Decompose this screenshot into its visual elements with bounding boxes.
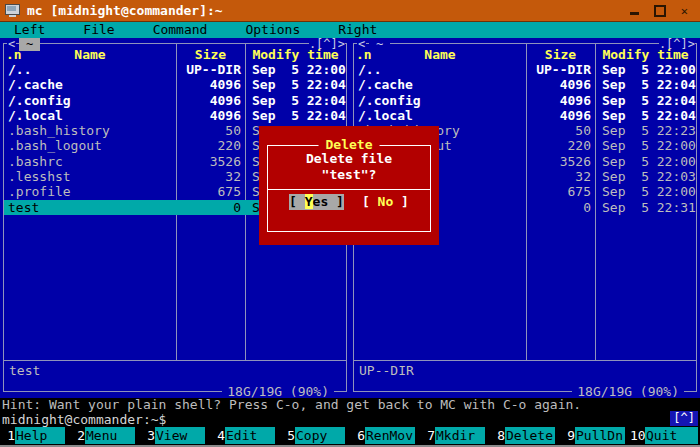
close-button[interactable]: ✕ xyxy=(681,5,688,17)
fkey-number: 5 xyxy=(280,427,295,444)
fkey-button[interactable]: 9 PullDn xyxy=(560,427,630,444)
right-mini-status: UP--DIR xyxy=(359,363,414,378)
file-size: 675 xyxy=(526,184,595,199)
fkey-number: 7 xyxy=(420,427,435,444)
fkey-number: 6 xyxy=(350,427,365,444)
column-header-mtime[interactable]: Modify time xyxy=(595,47,696,62)
fkey-label: Mkdir xyxy=(435,427,485,444)
column-header-size[interactable]: Size xyxy=(526,47,595,62)
file-row[interactable]: /.local 4096 Sep 5 22:04 xyxy=(354,108,696,123)
fkey-button[interactable]: 5 Copy xyxy=(280,427,350,444)
fkey-button[interactable]: 4 Edit xyxy=(210,427,280,444)
file-size: 32 xyxy=(526,169,595,184)
minimize-button[interactable] xyxy=(630,12,639,15)
sort-indicator: .n xyxy=(356,47,372,62)
file-name: /.cache xyxy=(4,77,176,92)
fkey-button[interactable]: 6 RenMov xyxy=(350,427,420,444)
file-name: .profile xyxy=(4,184,176,199)
fkey-button[interactable]: 8 Delete xyxy=(490,427,560,444)
file-size: 220 xyxy=(526,138,595,153)
file-size: 675 xyxy=(176,184,245,199)
fkey-button[interactable]: 10 Quit xyxy=(630,427,700,444)
hint-line: Hint: Want your plain shell? Press C-o, … xyxy=(0,398,700,412)
column-header-size[interactable]: Size xyxy=(176,47,245,62)
file-row[interactable]: /.config 4096 Sep 5 22:04 xyxy=(4,93,346,108)
file-mtime: Sep 5 22:04 xyxy=(595,108,696,123)
menu-item[interactable]: File xyxy=(83,22,114,38)
dialog-message-line2: "test"? xyxy=(268,167,430,183)
fkey-number: 9 xyxy=(560,427,575,444)
fkey-button[interactable]: 7 Mkdir xyxy=(420,427,490,444)
file-size: 4096 xyxy=(526,108,595,123)
file-row[interactable]: /.. UP--DIR Sep 5 22:00 xyxy=(4,62,346,77)
file-name: /.local xyxy=(4,108,176,123)
column-header-name[interactable]: .nName xyxy=(4,47,176,62)
menu-item[interactable]: Command xyxy=(153,22,208,38)
column-header-name[interactable]: .nName xyxy=(354,47,526,62)
file-size: 4096 xyxy=(176,108,245,123)
file-size: UP--DIR xyxy=(526,62,595,77)
file-size: 4096 xyxy=(176,77,245,92)
file-size: 4096 xyxy=(176,93,245,108)
file-mtime: Sep 5 22:00 xyxy=(595,154,696,169)
file-mtime: Sep 5 22:00 xyxy=(595,138,696,153)
file-name: /.config xyxy=(4,93,176,108)
file-mtime: Sep 5 22:23 xyxy=(595,123,696,138)
monitor-icon xyxy=(5,4,20,18)
file-size: 32 xyxy=(176,169,245,184)
file-name: .bash_logout xyxy=(4,138,176,153)
fkey-button[interactable]: 2 Menu xyxy=(70,427,140,444)
scroll-up-indicator[interactable]: [^] xyxy=(670,411,698,426)
menu-item[interactable]: Left xyxy=(14,22,45,38)
maximize-button[interactable] xyxy=(654,5,666,17)
file-size: 50 xyxy=(526,123,595,138)
left-mini-status: test xyxy=(9,363,40,378)
fkey-label: RenMov xyxy=(365,427,415,444)
fkey-button[interactable]: 3 View xyxy=(140,427,210,444)
function-key-bar: 1 Help 2 Menu 3 View 4 Edit 5 Copy 6 Ren… xyxy=(0,427,700,444)
file-row[interactable]: /.config 4096 Sep 5 22:04 xyxy=(354,93,696,108)
file-size: 0 xyxy=(526,200,595,215)
file-size: 220 xyxy=(176,138,245,153)
menu-item[interactable]: Options xyxy=(245,22,300,38)
fkey-number: 8 xyxy=(490,427,505,444)
file-row[interactable]: /.cache 4096 Sep 5 22:04 xyxy=(4,77,346,92)
file-mtime: Sep 5 22:04 xyxy=(245,77,346,92)
fkey-label: View xyxy=(155,427,205,444)
file-name: /.local xyxy=(354,108,526,123)
file-mtime: Sep 5 22:04 xyxy=(595,93,696,108)
file-name: /.config xyxy=(354,93,526,108)
file-row[interactable]: /.cache 4096 Sep 5 22:04 xyxy=(354,77,696,92)
dialog-separator xyxy=(268,189,430,190)
file-name: .lesshst xyxy=(4,169,176,184)
column-header-mtime[interactable]: Modify time xyxy=(245,47,346,62)
file-size: 3526 xyxy=(176,154,245,169)
file-row[interactable]: /.local 4096 Sep 5 22:04 xyxy=(4,108,346,123)
fkey-label: Edit xyxy=(225,427,275,444)
fkey-number: 2 xyxy=(70,427,85,444)
fkey-number: 3 xyxy=(140,427,155,444)
delete-dialog: Delete Delete file "test"? [ Yes ] [ No … xyxy=(259,126,439,245)
file-mtime: Sep 5 22:04 xyxy=(595,77,696,92)
titlebar: mc [midnight@commander]:~ ✕ xyxy=(0,0,700,22)
file-size: 3526 xyxy=(526,154,595,169)
right-panel-header: .nName Size Modify time xyxy=(354,47,696,62)
file-name: /.cache xyxy=(354,77,526,92)
window-title: mc [midnight@commander]:~ xyxy=(27,3,223,18)
menu-item[interactable]: Right xyxy=(338,22,377,38)
shell-prompt[interactable]: midnight@commander:~$ [^] xyxy=(0,412,700,427)
file-mtime: Sep 5 22:31 xyxy=(595,200,696,215)
yes-button[interactable]: [ Yes ] xyxy=(289,194,344,210)
file-row[interactable]: /.. UP--DIR Sep 5 22:00 xyxy=(354,62,696,77)
file-size: 4096 xyxy=(526,93,595,108)
file-size: 4096 xyxy=(526,77,595,92)
left-panel-header: .nName Size Modify time xyxy=(4,47,346,62)
file-mtime: Sep 5 22:00 xyxy=(595,62,696,77)
file-mtime: Sep 5 22:04 xyxy=(245,108,346,123)
fkey-number: 4 xyxy=(210,427,225,444)
file-name: test xyxy=(4,200,176,215)
fkey-label: Quit xyxy=(645,427,698,444)
mc-window: mc [midnight@commander]:~ ✕ LeftFileComm… xyxy=(0,0,700,447)
no-button[interactable]: [ No ] xyxy=(362,194,409,210)
right-free-space: 18G/19G (90%) xyxy=(572,385,684,398)
